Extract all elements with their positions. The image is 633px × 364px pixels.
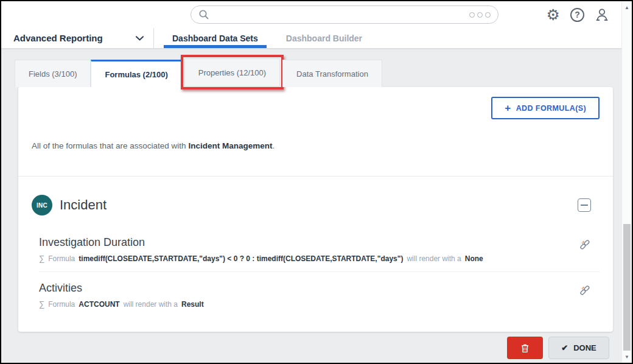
formulas-panel: + ADD FORMULA(S) All of the formulas tha…: [18, 87, 613, 332]
formula-expression: timediff(CLOSEDATE,STARTDATE,"days") < 0…: [79, 254, 403, 263]
footer-actions: ✔ DONE: [1, 337, 609, 359]
nav-bar: Advanced Reporting Dashboard Data Sets D…: [1, 28, 621, 49]
incident-badge: INC: [32, 195, 52, 215]
add-formula-button[interactable]: + ADD FORMULA(S): [491, 97, 600, 119]
formula-row: Activities ∑FormulaACTCOUNTwill render w…: [32, 282, 600, 309]
formula-definition: ∑FormulaACTCOUNTwill render with aResult: [39, 299, 204, 309]
top-bar: ⚙ ?: [1, 1, 621, 28]
formula-label: Formula: [48, 254, 75, 263]
description-prefix: All of the formulas that are associated …: [32, 141, 188, 150]
subtab-properties[interactable]: Properties (12/100): [184, 58, 280, 86]
dataset-subtabs: Fields (3/100) Formulas (2/100) Properti…: [15, 58, 621, 87]
chevron-down-icon: [136, 36, 144, 41]
broken-link-icon: [580, 240, 590, 250]
formula-name: Investigation Duration: [39, 236, 483, 249]
incident-section-header: INC Incident: [32, 195, 600, 215]
add-formula-label: ADD FORMULA(S): [516, 104, 586, 113]
global-search[interactable]: [191, 5, 498, 24]
app-menu-dropdown[interactable]: Advanced Reporting: [1, 28, 153, 48]
formula-definition: ∑Formulatimediff(CLOSEDATE,STARTDATE,"da…: [39, 254, 483, 263]
workspace: Fields (3/100) Formulas (2/100) Properti…: [1, 49, 621, 363]
scroll-down-arrow[interactable]: ▼: [622, 352, 632, 362]
delete-button[interactable]: [507, 337, 543, 359]
unlink-formula-button[interactable]: [579, 284, 591, 298]
divider: [39, 271, 600, 272]
more-options-icon[interactable]: [469, 12, 491, 18]
done-button[interactable]: ✔ DONE: [548, 337, 609, 359]
formula-row: Investigation Duration ∑Formulatimediff(…: [32, 236, 600, 263]
formula-label: Formula: [48, 300, 75, 309]
render-text: will render with a: [407, 254, 461, 263]
scrollbar-thumb[interactable]: [623, 224, 631, 351]
panel-description: All of the formulas that are associated …: [32, 141, 600, 150]
trash-icon: [520, 343, 530, 353]
divider: [18, 176, 613, 177]
unlink-formula-button[interactable]: [579, 239, 591, 253]
highlight-callout-box: Properties (12/100): [181, 55, 284, 89]
app-window: ⚙ ? Advanced Reporting Dashboard Data Se…: [0, 0, 633, 364]
subtab-data-transformation[interactable]: Data Transformation: [282, 60, 382, 87]
render-text: will render with a: [124, 300, 178, 309]
gear-icon[interactable]: ⚙: [547, 7, 560, 23]
collapse-section-icon[interactable]: [578, 198, 591, 212]
scroll-up-arrow[interactable]: ▲: [622, 2, 632, 12]
tab-dashboard-data-sets[interactable]: Dashboard Data Sets: [164, 28, 267, 48]
formula-expression: ACTCOUNT: [79, 300, 119, 309]
tab-dashboard-builder[interactable]: Dashboard Builder: [278, 28, 371, 48]
app-menu-label: Advanced Reporting: [13, 33, 103, 43]
done-label: DONE: [573, 343, 596, 352]
divider: [153, 28, 154, 48]
search-input[interactable]: [214, 10, 469, 19]
plus-icon: +: [505, 102, 511, 114]
formula-name: Activities: [39, 282, 204, 295]
render-value: Result: [181, 300, 204, 309]
user-icon[interactable]: [595, 7, 609, 22]
subtab-formulas[interactable]: Formulas (2/100): [91, 60, 181, 87]
search-icon: [198, 9, 209, 20]
help-icon[interactable]: ?: [570, 8, 584, 22]
broken-link-icon: [580, 285, 590, 295]
sigma-icon: ∑: [39, 299, 44, 309]
description-suffix: .: [272, 141, 275, 150]
subtab-fields[interactable]: Fields (3/100): [15, 60, 91, 87]
check-icon: ✔: [561, 343, 568, 352]
sigma-icon: ∑: [39, 254, 44, 263]
render-value: None: [465, 254, 483, 263]
description-dataset-name: Incident Management: [188, 141, 272, 150]
section-title: Incident: [60, 197, 578, 213]
vertical-scrollbar[interactable]: ▲ ▼: [621, 1, 632, 363]
